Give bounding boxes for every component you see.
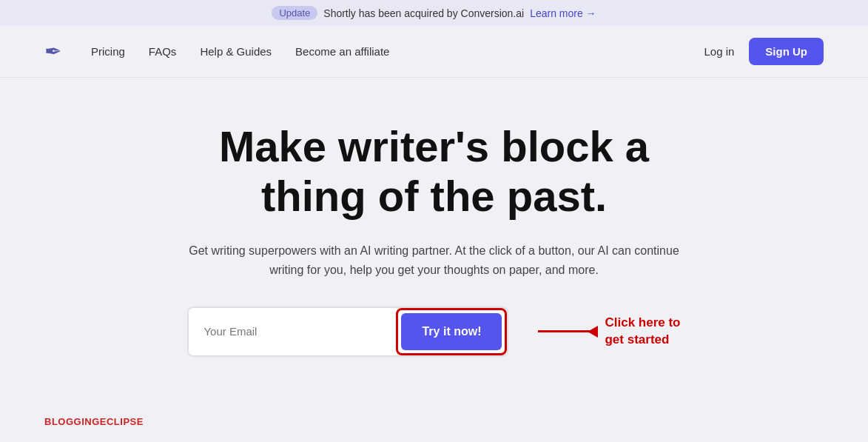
hero-subtitle: Get writing superpowers with an AI writi… bbox=[183, 241, 686, 279]
signup-button[interactable]: Sign Up bbox=[749, 38, 824, 65]
arrow-container bbox=[538, 330, 597, 332]
nav-links: Pricing FAQs Help & Guides Become an aff… bbox=[91, 45, 704, 58]
announcement-bar: Update Shortly has been acquired by Conv… bbox=[0, 0, 868, 26]
try-now-button[interactable]: Try it now! bbox=[401, 313, 502, 350]
navbar: ✒ Pricing FAQs Help & Guides Become an a… bbox=[0, 26, 868, 78]
announcement-badge: Update bbox=[272, 6, 317, 20]
nav-affiliate[interactable]: Become an affiliate bbox=[295, 45, 389, 58]
logo[interactable]: ✒ bbox=[44, 39, 61, 64]
annotation-wrapper: Click here toget started bbox=[538, 315, 680, 347]
nav-help[interactable]: Help & Guides bbox=[200, 45, 272, 58]
annotation-text: Click here toget started bbox=[605, 315, 680, 347]
hero-section: Make writer's block a thing of the past.… bbox=[0, 78, 868, 386]
nav-faqs[interactable]: FAQs bbox=[149, 45, 177, 58]
arrow-icon bbox=[538, 330, 597, 332]
nav-pricing[interactable]: Pricing bbox=[91, 45, 125, 58]
cta-form: Try it now! bbox=[187, 307, 508, 357]
cta-wrapper: Try it now! Click here toget started bbox=[187, 307, 680, 357]
try-now-wrapper: Try it now! bbox=[396, 308, 507, 355]
watermark: BLOGGINGECLIPSE bbox=[44, 416, 144, 427]
email-input[interactable] bbox=[189, 313, 396, 349]
hero-title: Make writer's block a thing of the past. bbox=[175, 122, 693, 221]
announcement-link[interactable]: Learn more → bbox=[530, 7, 596, 19]
announcement-text: Shortly has been acquired by Conversion.… bbox=[323, 7, 524, 19]
feather-icon: ✒ bbox=[44, 40, 61, 63]
nav-actions: Log in Sign Up bbox=[704, 38, 824, 65]
login-button[interactable]: Log in bbox=[704, 45, 734, 58]
